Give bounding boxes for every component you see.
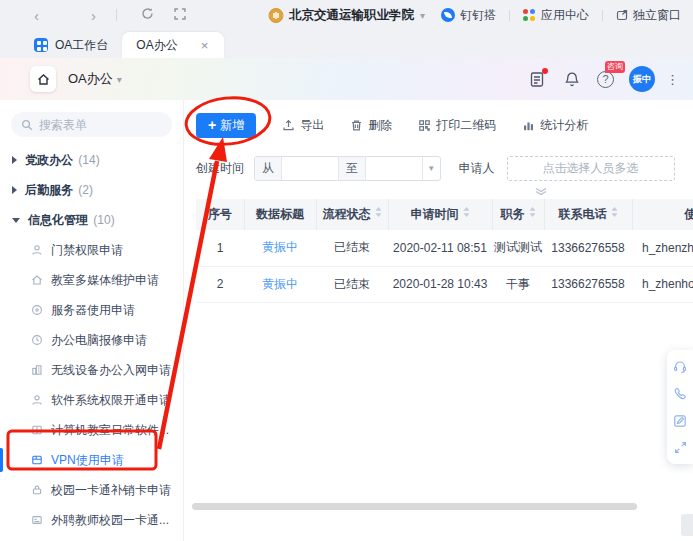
sidebar-item-wireless-network[interactable]: 无线设备办公入网申请 [0, 355, 183, 385]
cell-status: 已结束 [316, 266, 388, 302]
horizontal-scrollbar[interactable] [192, 503, 637, 510]
fullscreen-icon[interactable] [174, 6, 186, 24]
forward-icon[interactable]: › [85, 8, 102, 23]
to-label: 至 [338, 157, 366, 180]
header-phone[interactable]: 联系电话 [544, 199, 632, 230]
applicant-picker[interactable]: 点击选择人员多选 [507, 156, 675, 181]
sort-icon[interactable] [463, 206, 470, 220]
double-chevron-up-icon [534, 187, 548, 195]
app-center-link[interactable]: 应用中心 [523, 7, 589, 24]
more-menu-icon[interactable]: ⋮ [666, 72, 679, 87]
home-icon [37, 73, 50, 86]
content-panel: + 新增 导出 删除 打印二维码 统计分析 [184, 100, 693, 541]
sidebar-item-vpn-request[interactable]: VPN使用申请 [0, 445, 183, 475]
export-button[interactable]: 导出 [282, 117, 324, 134]
cell-apply-time: 2020-02-11 08:51 [388, 230, 492, 266]
sort-icon[interactable] [529, 206, 536, 220]
sidebar-item-pc-repair[interactable]: 办公电脑报修申请 [0, 325, 183, 355]
clock-icon [30, 334, 43, 347]
chevron-down-icon[interactable]: ▾ [422, 157, 440, 180]
school-name: 北京交通运输职业学院 [289, 7, 414, 24]
close-tab-icon[interactable]: × [199, 38, 211, 53]
feedback-edit-icon[interactable] [673, 414, 687, 428]
date-to-input[interactable] [366, 157, 422, 180]
question-icon: ? [597, 71, 614, 88]
cell-title-link[interactable]: 黄振中 [244, 230, 316, 266]
columns-icon [30, 424, 43, 437]
expand-arrow-icon [12, 186, 17, 194]
cell-title-link[interactable]: 黄振中 [244, 266, 316, 302]
help-button[interactable]: ? 咨询 [597, 71, 614, 88]
header-title[interactable]: 数据标题 [244, 199, 316, 230]
tab-oa-office[interactable]: OA办公 × [122, 32, 224, 58]
date-range-picker[interactable]: 从 至 ▾ [254, 156, 441, 181]
filter-row: 创建时间 从 至 ▾ 申请人 点击选择人员多选 [196, 155, 693, 181]
sidebar-group-dangzheng[interactable]: 党政办公 (14) [0, 145, 183, 175]
header-user[interactable]: 使用人 [632, 199, 693, 230]
back-icon[interactable]: ‹ [28, 8, 45, 23]
refresh-icon[interactable] [141, 6, 154, 24]
app-header-actions: ? 咨询 振中 ⋮ [527, 66, 679, 92]
search-input[interactable] [39, 118, 159, 132]
header-position[interactable]: 职务 [492, 199, 544, 230]
table-row[interactable]: 2 黄振中 已结束 2020-01-28 10:43 干事 1336627655… [196, 266, 693, 302]
avatar[interactable]: 振中 [629, 66, 655, 92]
sidebar: 党政办公 (14) 后勤服务 (2) 信息化管理 (10) 门禁权限申请 教室多… [0, 100, 184, 541]
app-title-dropdown[interactable]: OA办公▾ [68, 70, 122, 88]
bell-icon [564, 71, 580, 88]
tab-oa-workbench[interactable]: OA工作台 [20, 32, 122, 58]
home-button[interactable] [30, 66, 56, 92]
app-center-icon [523, 9, 536, 22]
applicant-label: 申请人 [459, 160, 495, 177]
delete-button[interactable]: 删除 [350, 117, 392, 134]
print-qr-button[interactable]: 打印二维码 [418, 117, 496, 134]
app-header: OA办公▾ ? 咨询 振中 ⋮ [0, 58, 693, 100]
collapse-filters-button[interactable] [326, 187, 693, 195]
sidebar-group-houqin[interactable]: 后勤服务 (2) [0, 175, 183, 205]
browser-topbar: ‹ › 北京交通运输职业学院 ▾ 钉钉搭 应用中心 [0, 0, 693, 30]
header-apply-time[interactable]: 申请时间 [388, 199, 492, 230]
phone-icon[interactable] [673, 387, 687, 401]
header-index[interactable]: 序号 [196, 199, 244, 230]
create-time-label: 创建时间 [196, 160, 244, 177]
date-from-input[interactable] [282, 157, 338, 180]
cell-phone: 13366276558 [544, 230, 632, 266]
table-header-row: 序号 数据标题 流程状态 申请时间 职务 联系电话 使用人 [196, 199, 693, 230]
sidebar-item-software-permission[interactable]: 软件系统权限开通申请 [0, 385, 183, 415]
sidebar-item-campus-card-replace[interactable]: 校园一卡通补销卡申请 [0, 475, 183, 505]
from-label: 从 [255, 157, 282, 180]
add-button[interactable]: + 新增 [196, 113, 256, 138]
cell-position: 干事 [492, 266, 544, 302]
trash-icon [350, 119, 363, 132]
headset-support-icon[interactable] [673, 360, 687, 374]
sidebar-item-server-use[interactable]: 服务器使用申请 [0, 295, 183, 325]
person-icon [30, 394, 43, 407]
sidebar-item-door-access[interactable]: 门禁权限申请 [0, 235, 183, 265]
cell-phone: 13366276558 [544, 266, 632, 302]
collapse-panel-icon[interactable] [674, 441, 687, 454]
stats-button[interactable]: 统计分析 [522, 117, 588, 134]
standalone-window-link[interactable]: 独立窗口 [616, 7, 681, 24]
sort-icon[interactable] [611, 206, 618, 220]
sidebar-group-xinxihua[interactable]: 信息化管理 (10) [0, 205, 183, 235]
org-switcher[interactable]: 北京交通运输职业学院 ▾ [268, 0, 425, 30]
header-status[interactable]: 流程状态 [316, 199, 388, 230]
form-search[interactable] [11, 112, 172, 137]
action-toolbar: + 新增 导出 删除 打印二维码 统计分析 [196, 112, 693, 138]
divider [116, 9, 117, 21]
todo-button[interactable] [527, 69, 547, 89]
sidebar-item-external-teacher-card[interactable]: 外聘教师校园一卡通... [0, 505, 183, 535]
notifications-button[interactable] [562, 69, 582, 89]
sidebar-item-computer-classroom-software[interactable]: 计算机教室日常软件... [0, 415, 183, 445]
expand-arrow-icon [12, 156, 17, 164]
sidebar-item-classroom-multimedia[interactable]: 教室多媒体维护申请 [0, 265, 183, 295]
id-card-icon [30, 514, 43, 527]
workbench-grid-icon [34, 38, 48, 52]
external-window-icon [616, 9, 628, 21]
table-row[interactable]: 1 黄振中 已结束 2020-02-11 08:51 测试测试 13366276… [196, 230, 693, 266]
sort-icon[interactable] [375, 206, 382, 220]
dingtalk-icon [441, 8, 455, 22]
notification-dot [542, 68, 548, 74]
chevron-down-icon: ▾ [420, 10, 425, 21]
dingtalk-build-link[interactable]: 钉钉搭 [441, 7, 496, 24]
